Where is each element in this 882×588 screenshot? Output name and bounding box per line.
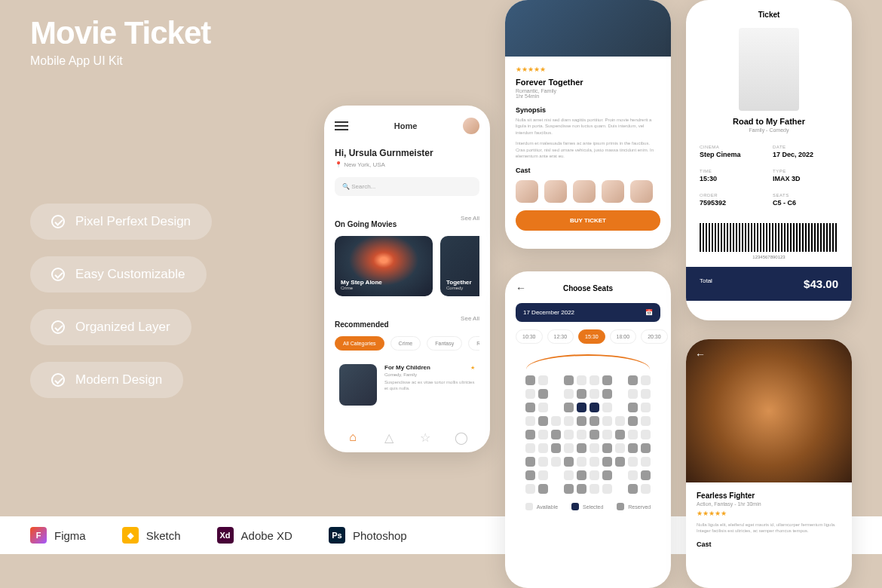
seat[interactable] — [641, 457, 651, 467]
seat[interactable] — [577, 430, 586, 439]
seat[interactable] — [538, 403, 548, 412]
category-chip[interactable]: Crime — [390, 336, 421, 351]
seat[interactable] — [525, 484, 535, 494]
seat[interactable] — [602, 416, 612, 426]
search-input[interactable]: 🔍 Search... — [335, 177, 479, 196]
seat[interactable] — [641, 484, 651, 494]
seat[interactable] — [525, 443, 535, 453]
menu-icon[interactable] — [335, 125, 348, 127]
seat[interactable] — [525, 430, 535, 439]
seat[interactable] — [525, 416, 535, 426]
seat[interactable] — [538, 470, 548, 480]
time-chip[interactable]: 12:30 — [547, 329, 574, 344]
category-chip[interactable]: Romantic — [468, 336, 479, 351]
bag-icon[interactable]: △ — [383, 431, 395, 443]
back-icon[interactable]: ← — [695, 348, 706, 360]
time-chip[interactable]: 15:30 — [578, 329, 605, 344]
seat[interactable] — [590, 470, 599, 480]
seat[interactable] — [564, 457, 574, 467]
seat[interactable] — [551, 457, 561, 467]
category-chip[interactable]: All Categories — [335, 336, 384, 351]
recommended-card[interactable]: For My Children★ Comedy, Family Suspendi… — [335, 360, 479, 410]
seat[interactable] — [564, 430, 574, 439]
seat[interactable] — [564, 443, 574, 453]
seat[interactable] — [615, 443, 625, 453]
seat[interactable] — [525, 375, 535, 385]
avatar[interactable] — [463, 118, 479, 134]
seat[interactable] — [577, 375, 586, 385]
cast-avatar[interactable] — [516, 180, 538, 203]
seat[interactable] — [551, 430, 561, 439]
seat[interactable] — [538, 484, 548, 494]
buy-ticket-button[interactable]: BUY TICKET — [516, 210, 660, 231]
seat[interactable] — [538, 389, 548, 399]
see-all-link[interactable]: See All — [461, 315, 479, 322]
user-icon[interactable]: ◯ — [455, 431, 467, 443]
seat[interactable] — [641, 416, 651, 426]
seat[interactable] — [602, 443, 612, 453]
seat[interactable] — [525, 457, 535, 467]
seat[interactable] — [615, 416, 625, 426]
seat[interactable] — [577, 484, 586, 494]
seat[interactable] — [564, 375, 574, 385]
seat[interactable] — [628, 484, 638, 494]
time-chip[interactable]: 20:30 — [641, 329, 668, 344]
seat[interactable] — [602, 403, 612, 412]
cast-avatar[interactable] — [602, 180, 624, 203]
seat[interactable] — [551, 416, 561, 426]
seat[interactable] — [538, 443, 548, 453]
category-chip[interactable]: Fantasy — [427, 336, 462, 351]
seat[interactable] — [641, 403, 651, 412]
seat[interactable] — [577, 443, 586, 453]
seat[interactable] — [590, 403, 599, 412]
seat[interactable] — [641, 375, 651, 385]
seat[interactable] — [602, 375, 612, 385]
seat[interactable] — [551, 443, 561, 453]
seat[interactable] — [525, 389, 535, 399]
seat[interactable] — [628, 470, 638, 480]
seat[interactable] — [538, 430, 548, 439]
seat[interactable] — [628, 416, 638, 426]
seat[interactable] — [564, 403, 574, 412]
date-picker[interactable]: 17 December 2022📅 — [516, 303, 660, 322]
seat[interactable] — [525, 470, 535, 480]
seat[interactable] — [628, 430, 638, 439]
seat[interactable] — [564, 484, 574, 494]
seat[interactable] — [641, 443, 651, 453]
seat[interactable] — [602, 484, 612, 494]
seat[interactable] — [577, 389, 586, 399]
seat[interactable] — [590, 457, 599, 467]
seat[interactable] — [577, 470, 586, 480]
see-all-link[interactable]: See All — [461, 215, 479, 222]
seat[interactable] — [590, 484, 599, 494]
seat[interactable] — [615, 430, 625, 439]
seat[interactable] — [615, 457, 625, 467]
movie-card[interactable]: TogetherComedy — [440, 236, 479, 296]
seat[interactable] — [564, 389, 574, 399]
seat[interactable] — [538, 457, 548, 467]
seat[interactable] — [628, 457, 638, 467]
seat[interactable] — [628, 375, 638, 385]
seat[interactable] — [641, 430, 651, 439]
seat[interactable] — [590, 375, 599, 385]
seat[interactable] — [590, 389, 599, 399]
seat[interactable] — [564, 416, 574, 426]
seat[interactable] — [577, 457, 586, 467]
seat[interactable] — [538, 375, 548, 385]
seat[interactable] — [602, 430, 612, 439]
cast-avatar[interactable] — [573, 180, 596, 203]
star-icon[interactable]: ☆ — [419, 431, 431, 443]
seat[interactable] — [590, 443, 599, 453]
seat[interactable] — [602, 470, 612, 480]
seat[interactable] — [602, 389, 612, 399]
seat[interactable] — [628, 389, 638, 399]
seat[interactable] — [577, 416, 586, 426]
seat[interactable] — [538, 416, 548, 426]
time-chip[interactable]: 18:00 — [610, 329, 637, 344]
time-chip[interactable]: 10:30 — [516, 329, 543, 344]
seat[interactable] — [641, 389, 651, 399]
seat[interactable] — [641, 470, 651, 480]
seat[interactable] — [525, 403, 535, 412]
seat[interactable] — [577, 403, 586, 412]
seat[interactable] — [564, 470, 574, 480]
